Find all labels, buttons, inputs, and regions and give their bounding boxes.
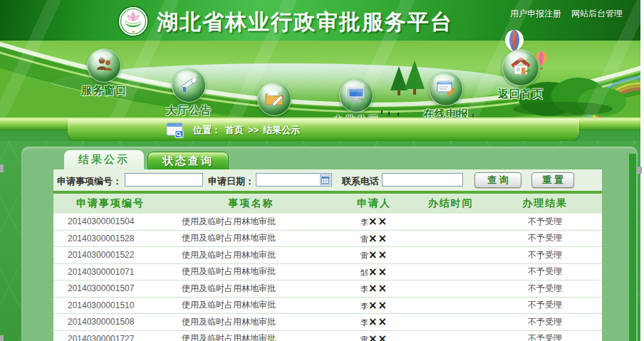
cell-result: 不予受理 [488,249,602,261]
calendar-icon[interactable] [320,174,331,185]
table-row: 20140300001510 使用及临时占用林地审批 李×× 不予受理 [53,298,602,315]
content-inner: 结果公示 状态查询 申请事项编号： 申请日期： 联系电话： [53,150,602,341]
cell-apply-id: 20140300001727 [53,334,167,341]
table-row: 20140300001504 使用及临时占用林地审批 李×× 不予受理 [53,214,602,231]
table-row: 20140300001528 使用及临时占用林地审批 雷×× 不予受理 [53,231,602,248]
cell-item-name: 使用及临时占用林地审批 [167,283,335,295]
table-row: 20140300001727 使用及临时占用林地审批 雷×× 不予受理 [53,331,602,341]
nav-banner: 服务窗口 大厅公告 操作演示 [0,41,644,119]
cell-result: 不予受理 [488,266,602,278]
cell-item-name: 使用及临时占用林地审批 [167,216,335,228]
table-row: 20140300001522 使用及临时占用林地审批 雷×× 不予受理 [53,247,602,264]
breadcrumb-label: 位置： [193,124,221,137]
people-icon [95,56,113,75]
cell-result: 不予受理 [488,283,602,295]
cell-applicant: 李×× [335,299,413,312]
table-header: 申请事项编号 事项名称 申请人 办结时间 办理结果 [53,194,602,214]
table-row: 20140300001507 使用及临时占用林地审批 李×× 不予受理 [53,280,602,298]
cell-apply-id: 20140300001510 [53,300,167,310]
apply-id-input[interactable] [125,173,203,187]
nav-item-online-apply[interactable]: 在线申报 [414,72,478,121]
query-button[interactable]: 查 询 [474,172,521,188]
cell-result: 不予受理 [488,299,602,311]
header-links: 用户申报注册 网站后台管理 [510,8,623,20]
cell-item-name: 使用及临时占用林地审批 [167,249,335,261]
cell-applicant: 雷×× [335,332,413,341]
cell-apply-id: 20140300001507 [53,283,167,293]
breadcrumb-home-link[interactable]: 首页 [225,124,244,137]
column-header-applicant: 申请人 [335,197,413,210]
column-header-apply-id: 申请事项编号 [53,197,167,210]
nav-item-service-window[interactable]: 服务窗口 [72,48,136,98]
cell-apply-id: 20140300001522 [53,250,167,260]
page: 湖北省林业行政审批服务平台 用户申报注册 网站后台管理 [0,0,644,341]
column-header-result: 办理结果 [488,197,602,210]
cell-apply-id: 20140300001071 [53,267,167,277]
location-window-icon [166,122,185,139]
user-register-link[interactable]: 用户申报注册 [510,8,561,20]
column-header-item-name: 事项名称 [167,197,335,210]
cell-item-name: 使用及临时占用林地审批 [167,266,335,278]
cell-result: 不予受理 [488,316,602,328]
cell-item-name: 使用及临时占用林地审批 [167,316,335,328]
column-header-finish-time: 办结时间 [413,197,488,210]
folder-pencil-icon [264,89,284,109]
search-form: 申请事项编号： 申请日期： 联系电话： 查 询 重 置 [53,169,602,191]
site-header: 湖北省林业行政审批服务平台 用户申报注册 网站后台管理 [0,0,644,41]
apply-date-label: 申请日期： [208,175,254,188]
monitor-icon [347,86,365,105]
cell-applicant: 李×× [335,282,413,295]
table-row: 20140300001508 使用及临时占用林地审批 李×× 不予受理 [53,314,602,331]
phone-input[interactable] [382,173,463,187]
table-row: 20140300001071 使用及临时占用林地审批 邹×× 不予受理 [53,264,602,281]
cell-result: 不予受理 [488,216,602,228]
cell-apply-id: 20140300001508 [53,317,167,327]
cell-applicant: 李×× [335,215,413,228]
scroll-artifact [0,335,4,341]
cell-item-name: 使用及临时占用林地审批 [167,299,335,311]
scroll-artifact [636,167,642,174]
cell-applicant: 雷×× [335,232,413,245]
apply-id-label: 申请事项编号： [57,175,122,188]
nav-item-hall-notice[interactable]: 大厅公告 [157,68,221,117]
nav-label: 服务窗口 [72,84,136,98]
cell-apply-id: 20140300001528 [53,234,167,243]
nav-item-back-home[interactable]: 返回首页 [489,49,553,101]
reset-button[interactable]: 重 置 [531,172,574,188]
site-admin-link[interactable]: 网站后台管理 [571,8,623,20]
nav-label: 大厅公告 [157,104,221,117]
breadcrumb: 位置： 首页 >> 结果公示 [68,119,579,141]
home-icon [510,57,531,79]
tab-result-publicity[interactable]: 结果公示 [64,150,144,169]
apply-date-field [256,173,332,187]
cell-item-name: 使用及临时占用林地审批 [167,332,335,341]
page-title: 湖北省林业行政审批服务平台 [157,8,453,37]
table-body: 20140300001504 使用及临时占用林地审批 李×× 不予受理 2014… [53,214,602,341]
cell-item-name: 使用及临时占用林地审批 [167,232,335,244]
cell-applicant: 李×× [335,315,413,328]
cell-result: 不予受理 [488,232,602,244]
cell-result: 不予受理 [488,332,602,341]
breadcrumb-separator: >> [248,125,259,135]
cell-applicant: 邹×× [335,266,413,278]
panel-right-strip [629,154,636,341]
scroll-artifact [0,164,4,172]
tab-status-query[interactable]: 状态查询 [147,152,229,171]
megaphone-icon [179,75,199,95]
nav-label: 返回首页 [489,88,553,101]
cell-applicant: 雷×× [335,248,413,261]
cell-apply-id: 20140300001504 [53,216,167,226]
site-logo-icon [118,6,149,37]
breadcrumb-current: 结果公示 [263,124,300,137]
form-pencil-icon [436,80,456,99]
